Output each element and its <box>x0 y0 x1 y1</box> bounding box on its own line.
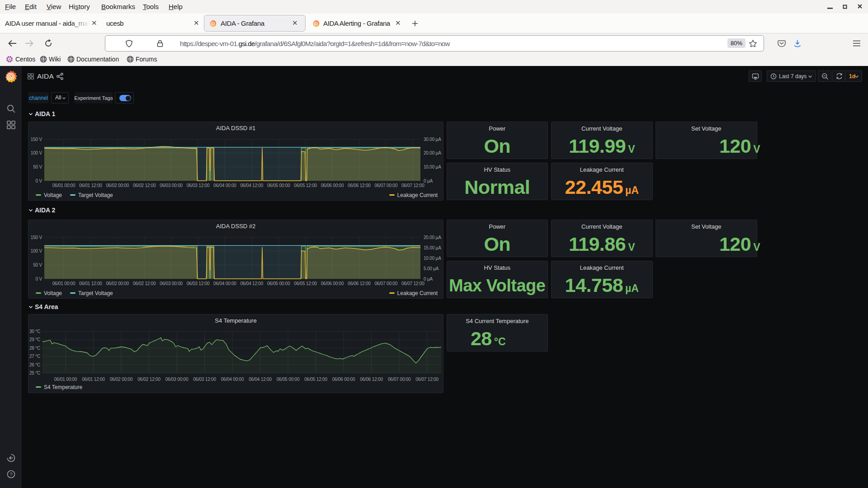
svg-text:5.00 µA: 5.00 µA <box>424 266 439 271</box>
svg-text:06/07 00:00: 06/07 00:00 <box>388 377 411 382</box>
svg-text:06/04 00:00: 06/04 00:00 <box>213 183 236 188</box>
svg-text:06/04 12:00: 06/04 12:00 <box>240 183 263 188</box>
svg-text:06/05 12:00: 06/05 12:00 <box>304 377 327 382</box>
svg-text:06/06 00:00: 06/06 00:00 <box>321 281 344 286</box>
svg-text:?: ? <box>9 472 12 477</box>
svg-text:06/03 12:00: 06/03 12:00 <box>193 377 216 382</box>
svg-text:15.00 µA: 15.00 µA <box>424 245 441 250</box>
svg-text:25 °C: 25 °C <box>29 371 40 375</box>
svg-text:06/03 00:00: 06/03 00:00 <box>165 377 189 382</box>
svg-text:06/05 00:00: 06/05 00:00 <box>267 281 290 286</box>
svg-text:0 µA: 0 µA <box>424 276 433 281</box>
svg-text:0 V: 0 V <box>36 178 42 183</box>
svg-text:06/03 12:00: 06/03 12:00 <box>187 281 210 286</box>
svg-text:100 V: 100 V <box>31 150 42 155</box>
svg-text:26 °C: 26 °C <box>29 362 40 367</box>
svg-text:50 V: 50 V <box>33 164 42 169</box>
svg-text:100 V: 100 V <box>31 249 42 253</box>
svg-text:06/03 00:00: 06/03 00:00 <box>160 183 183 188</box>
svg-text:06/02 12:00: 06/02 12:00 <box>133 281 156 286</box>
svg-text:06/02 00:00: 06/02 00:00 <box>106 281 129 286</box>
svg-text:06/02 00:00: 06/02 00:00 <box>106 183 129 188</box>
svg-text:06/01 00:00: 06/01 00:00 <box>52 281 75 286</box>
svg-text:27 °C: 27 °C <box>29 354 40 359</box>
svg-text:0 µA: 0 µA <box>424 178 433 183</box>
svg-text:06/01 12:00: 06/01 12:00 <box>79 281 102 286</box>
svg-text:06/06 00:00: 06/06 00:00 <box>321 183 344 188</box>
svg-text:06/05 12:00: 06/05 12:00 <box>294 183 317 188</box>
svg-text:06/01 12:00: 06/01 12:00 <box>82 377 105 382</box>
svg-text:0 V: 0 V <box>36 276 42 281</box>
svg-text:06/01 00:00: 06/01 00:00 <box>52 183 75 188</box>
svg-text:06/07 12:00: 06/07 12:00 <box>401 281 425 286</box>
svg-text:28 °C: 28 °C <box>29 346 40 351</box>
svg-text:06/01 00:00: 06/01 00:00 <box>54 377 77 382</box>
svg-text:10.00 µA: 10.00 µA <box>424 255 441 260</box>
svg-text:06/06 12:00: 06/06 12:00 <box>348 281 371 286</box>
svg-text:06/06 12:00: 06/06 12:00 <box>360 377 383 382</box>
svg-text:06/02 12:00: 06/02 12:00 <box>133 183 156 188</box>
svg-text:06/02 00:00: 06/02 00:00 <box>110 377 133 382</box>
svg-text:06/06 12:00: 06/06 12:00 <box>348 183 371 188</box>
svg-text:06/04 12:00: 06/04 12:00 <box>240 281 263 286</box>
svg-text:06/05 12:00: 06/05 12:00 <box>294 281 317 286</box>
svg-text:06/04 12:00: 06/04 12:00 <box>249 377 272 382</box>
svg-text:06/04 00:00: 06/04 00:00 <box>213 281 236 286</box>
svg-text:50 V: 50 V <box>33 262 42 267</box>
svg-text:06/06 00:00: 06/06 00:00 <box>332 377 355 382</box>
svg-text:06/03 00:00: 06/03 00:00 <box>160 281 183 286</box>
svg-text:06/05 00:00: 06/05 00:00 <box>267 183 290 188</box>
svg-text:06/07 12:00: 06/07 12:00 <box>401 183 425 188</box>
svg-text:29 °C: 29 °C <box>29 337 40 342</box>
svg-text:30.00 µA: 30.00 µA <box>424 136 441 141</box>
svg-text:06/04 00:00: 06/04 00:00 <box>221 377 244 382</box>
svg-text:06/03 12:00: 06/03 12:00 <box>187 183 210 188</box>
svg-text:30 °C: 30 °C <box>29 329 40 334</box>
svg-text:06/05 00:00: 06/05 00:00 <box>277 377 300 382</box>
svg-text:20.00 µA: 20.00 µA <box>424 235 441 239</box>
svg-text:06/01 12:00: 06/01 12:00 <box>79 183 102 188</box>
svg-text:150 V: 150 V <box>31 235 42 239</box>
svg-text:150 V: 150 V <box>31 136 42 141</box>
svg-text:06/07 12:00: 06/07 12:00 <box>415 377 439 382</box>
svg-text:06/07 00:00: 06/07 00:00 <box>374 281 397 286</box>
svg-text:06/02 12:00: 06/02 12:00 <box>137 377 160 382</box>
svg-text:20.00 µA: 20.00 µA <box>424 150 441 155</box>
svg-text:10.00 µA: 10.00 µA <box>424 164 441 169</box>
svg-text:06/07 00:00: 06/07 00:00 <box>374 183 397 188</box>
